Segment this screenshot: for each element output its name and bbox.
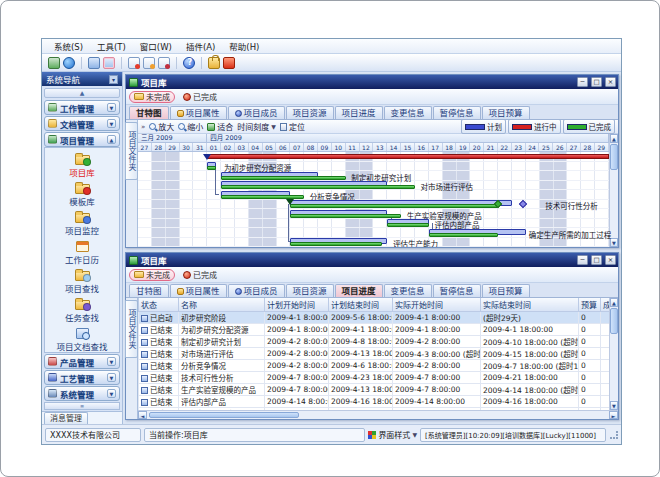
- menu-item[interactable]: 帮助(H): [223, 39, 265, 53]
- sidebar-item[interactable]: 项目监控: [45, 209, 119, 237]
- column-header[interactable]: 实际开始时间: [393, 298, 481, 312]
- table-row[interactable]: 已结束制定初步研究计划2009-4-2 8:00:002009-4-8 18:0…: [139, 336, 610, 348]
- chevron-icon[interactable]: ▼: [107, 357, 116, 366]
- exit-icon[interactable]: [223, 57, 235, 69]
- close-button[interactable]: ×: [605, 255, 616, 265]
- report-add-icon[interactable]: [128, 57, 140, 69]
- tab[interactable]: 暂停信息: [433, 106, 481, 119]
- project-folder-side-tab[interactable]: 项目文件夹: [126, 120, 138, 247]
- sidebar-pin-icon[interactable]: ▾: [109, 75, 118, 84]
- tab[interactable]: 甘特图: [129, 284, 169, 297]
- gantt-progress-bar[interactable]: [290, 242, 381, 246]
- table-row[interactable]: 已结束为初步研究分配资源2009-4-1 8:00:002009-4-1 18:…: [139, 324, 610, 336]
- gantt-body[interactable]: 为初步研究分配资源制定初步研究计划对市场进行评估分析竞争情况技术可行性分析生产实…: [138, 152, 609, 247]
- gantt-area[interactable]: 三月 2009四月 200927282930310102030405060708…: [138, 134, 609, 247]
- chevron-icon[interactable]: ▼: [107, 103, 116, 112]
- gantt-progress-bar[interactable]: [290, 204, 498, 208]
- tab[interactable]: 项目预算: [482, 106, 530, 119]
- filter-button[interactable]: 已完成: [178, 91, 222, 103]
- gantt-progress-bar[interactable]: [221, 195, 304, 199]
- column-header[interactable]: 名称: [179, 298, 265, 312]
- window-titlebar[interactable]: 项目库 ─ □ ×: [126, 253, 618, 267]
- menu-item[interactable]: 插件(A): [180, 39, 221, 53]
- scrollbar-thumb[interactable]: [610, 144, 618, 170]
- report-delete-icon[interactable]: [158, 57, 170, 69]
- new-window-icon[interactable]: [48, 57, 60, 69]
- close-button[interactable]: ×: [605, 77, 616, 87]
- tab[interactable]: 项目属性: [170, 106, 227, 119]
- tab[interactable]: 项目进度: [335, 284, 383, 297]
- scrollbar-thumb[interactable]: [149, 412, 299, 418]
- chevron-icon[interactable]: ▲: [107, 135, 116, 144]
- ui-style-button[interactable]: 界面样式 ▼: [368, 429, 417, 440]
- column-header[interactable]: 成: [601, 298, 610, 312]
- table-row[interactable]: 已结束分析竞争情况2009-4-2 8:00:002009-4-6 18:00:…: [139, 360, 610, 372]
- sidebar-group[interactable]: 工艺管理▼: [44, 370, 120, 385]
- menu-item[interactable]: 工具(T): [91, 39, 132, 53]
- timescale-button[interactable]: 时间刻度▼: [237, 121, 276, 132]
- window-titlebar[interactable]: 项目库 ─ □ ×: [126, 75, 618, 89]
- lock-icon[interactable]: [208, 57, 220, 69]
- filter-button[interactable]: 未完成: [129, 269, 175, 281]
- tab[interactable]: 项目成员: [228, 284, 285, 297]
- tab-message-management[interactable]: 消息管理: [44, 412, 88, 424]
- project-folder-side-tab[interactable]: 项目文件夹: [126, 298, 138, 419]
- filter-button[interactable]: 未完成: [129, 91, 175, 103]
- table-row[interactable]: 已结束评估内部产品2009-4-14 8:00:002009-4-16 18:0…: [139, 396, 610, 408]
- zoom-out-button[interactable]: 缩小: [178, 121, 203, 132]
- fit-button[interactable]: 适合: [207, 121, 233, 132]
- sidebar-item[interactable]: 项目库: [45, 151, 119, 179]
- tab[interactable]: 甘特图: [129, 106, 169, 119]
- sidebar-group[interactable]: 产品管理▼: [44, 354, 120, 369]
- table-row[interactable]: 已结束技术可行性分析2009-4-7 8:00:002009-4-23 18:0…: [139, 372, 610, 384]
- tab[interactable]: 变更信息: [384, 106, 432, 119]
- sidebar-item[interactable]: 工作日历: [45, 238, 119, 266]
- menu-item[interactable]: 系统(S): [48, 39, 89, 53]
- sidebar-group[interactable]: 工作管理▼: [44, 100, 120, 115]
- resize-grip[interactable]: [610, 431, 618, 439]
- table-row[interactable]: 已结束生产实验室规模的产品2009-4-7 8:00:002009-4-13 1…: [139, 384, 610, 396]
- minimize-button[interactable]: ─: [577, 77, 588, 87]
- gantt-progress-bar[interactable]: [387, 223, 429, 227]
- globe-icon[interactable]: [63, 57, 75, 69]
- scrollbar-thumb[interactable]: [610, 308, 618, 334]
- chevron-icon[interactable]: ▼: [107, 119, 116, 128]
- table-row[interactable]: 已结束对市场进行评估2009-4-2 8:00:002009-4-13 18:0…: [139, 348, 610, 360]
- sidebar-item[interactable]: 模板库: [45, 180, 119, 208]
- menu-item[interactable]: 窗口(W): [134, 39, 178, 53]
- minimize-button[interactable]: ─: [577, 255, 588, 265]
- chevron-icon[interactable]: ▼: [107, 373, 116, 382]
- column-header[interactable]: 状态: [139, 298, 179, 312]
- gantt-progress-bar[interactable]: [207, 166, 215, 170]
- maximize-button[interactable]: □: [591, 255, 602, 265]
- sidebar-collapse-button[interactable]: ▲: [44, 88, 120, 98]
- sidebar-item[interactable]: 任务查找: [45, 296, 119, 324]
- scroll-right-icon[interactable]: ►: [609, 411, 618, 419]
- zoom-in-button[interactable]: 放大: [149, 121, 174, 132]
- gantt-progress-bar[interactable]: [221, 176, 346, 180]
- save-icon[interactable]: [103, 57, 115, 69]
- tab[interactable]: 变更信息: [384, 284, 432, 297]
- table-row[interactable]: 已启动初步研究阶段2009-4-1 8:00:002009-5-6 18:00:…: [139, 312, 610, 324]
- scroll-down-icon[interactable]: ▼: [610, 238, 618, 247]
- scroll-left-icon[interactable]: ◄: [138, 411, 147, 419]
- tab[interactable]: 项目属性: [170, 284, 227, 297]
- sidebar-group[interactable]: 文档管理▼: [44, 116, 120, 131]
- sidebar-group[interactable]: 项目管理▲: [44, 132, 120, 147]
- maximize-button[interactable]: □: [591, 77, 602, 87]
- tab[interactable]: 项目进度: [335, 106, 383, 119]
- help-icon[interactable]: [183, 57, 195, 69]
- table-vertical-scrollbar[interactable]: ▲ ▼: [609, 298, 618, 410]
- filter-button[interactable]: 已完成: [178, 269, 222, 281]
- sidebar-item[interactable]: 项目查找: [45, 267, 119, 295]
- column-header[interactable]: 计划开始时间: [265, 298, 329, 312]
- sidebar-item[interactable]: 项目文档查找: [45, 325, 119, 353]
- toolbar-overflow-icon[interactable]: »: [141, 123, 145, 131]
- open-folder-icon[interactable]: [88, 57, 100, 69]
- tab[interactable]: 项目成员: [228, 106, 285, 119]
- sidebar-group[interactable]: 系统管理▼: [44, 386, 120, 401]
- progress-table[interactable]: 状态名称计划开始时间计划结束时间实际开始时间实际结束时间预算成已启动初步研究阶段…: [138, 298, 609, 410]
- scroll-up-icon[interactable]: ▲: [610, 298, 618, 307]
- tab[interactable]: 项目资源: [286, 284, 334, 297]
- report-edit-icon[interactable]: [143, 57, 155, 69]
